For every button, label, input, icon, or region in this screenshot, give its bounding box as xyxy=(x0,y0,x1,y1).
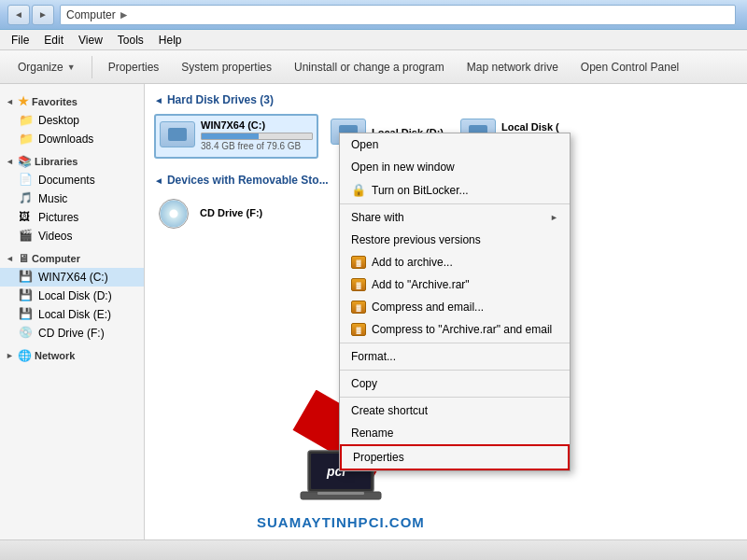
ctx-open-new-window[interactable]: Open in new window xyxy=(340,156,570,178)
libraries-arrow-icon: ◄ xyxy=(6,157,14,166)
sidebar-item-documents[interactable]: 📄 Documents xyxy=(0,171,144,189)
network-icon: 🌐 xyxy=(18,349,32,362)
cd-drive-name: CD Drive (F:) xyxy=(200,207,262,218)
videos-icon: 🎬 xyxy=(19,229,34,244)
share-with-arrow-icon: ► xyxy=(550,213,558,222)
cd-shape xyxy=(159,199,189,229)
toolbar-divider xyxy=(92,56,92,78)
sidebar-item-videos[interactable]: 🎬 Videos xyxy=(0,227,144,245)
ctx-compress-archive-email[interactable]: ▓ Compress to "Archive.rar" and email xyxy=(340,318,570,341)
bitlocker-lock-icon: 🔒 xyxy=(351,183,366,197)
removable-arrow-icon: ◄ xyxy=(154,175,163,186)
drive-c-bar-container xyxy=(201,133,313,140)
drive-local-c-name: Local Disk ( xyxy=(501,121,559,133)
documents-icon: 📄 xyxy=(19,173,34,188)
music-icon: 🎵 xyxy=(19,191,34,206)
organize-button[interactable]: Organize ▼ xyxy=(7,54,86,80)
cd-drive-icon: 💿 xyxy=(19,326,34,341)
sidebar-item-desktop[interactable]: 📁 Desktop xyxy=(0,111,144,130)
compress-email-rar-icon: ▓ xyxy=(351,301,366,314)
pictures-icon: 🖼 xyxy=(19,210,34,225)
site-url: SUAMAYTINHPCI.COM xyxy=(257,514,425,530)
drive-c-name: WIN7X64 (C:) xyxy=(201,119,313,131)
sidebar-computer-header[interactable]: ◄ 🖥 Computer xyxy=(0,249,144,268)
menu-edit[interactable]: Edit xyxy=(36,32,71,49)
sidebar-item-local-disk-e[interactable]: 💾 Local Disk (E:) xyxy=(0,305,144,324)
open-control-panel-button[interactable]: Open Control Panel xyxy=(571,54,689,80)
properties-button[interactable]: Properties xyxy=(98,54,170,80)
hdd-shape-c xyxy=(160,121,195,147)
address-bar[interactable]: Computer ► xyxy=(60,5,736,25)
sidebar-libraries-header[interactable]: ◄ 📚 Libraries xyxy=(0,152,144,171)
win7x64-drive-icon: 💾 xyxy=(19,270,34,285)
sidebar-section-favorites: ◄ ★ Favorites 📁 Desktop 📁 Downloads xyxy=(0,91,144,148)
cd-drive-info: CD Drive (F:) xyxy=(200,207,262,218)
menu-help[interactable]: Help xyxy=(151,32,190,49)
downloads-folder-icon: 📁 xyxy=(19,132,34,147)
local-disk-e-icon: 💾 xyxy=(19,307,34,322)
sidebar: ◄ ★ Favorites 📁 Desktop 📁 Downloads ◄ 📚 … xyxy=(0,84,145,539)
cd-drive-icon-wrap: CD Drive (F:) xyxy=(159,199,262,227)
ctx-compress-email[interactable]: ▓ Compress and email... xyxy=(340,296,570,318)
ctx-share-with[interactable]: Share with ► xyxy=(340,206,570,229)
ctx-divider-1 xyxy=(340,203,570,204)
drive-c-info: WIN7X64 (C:) 38.4 GB free of 79.6 GB xyxy=(201,119,313,151)
sidebar-item-downloads[interactable]: 📁 Downloads xyxy=(0,130,144,148)
ctx-bitlocker[interactable]: 🔒 Turn on BitLocker... xyxy=(340,178,570,202)
map-network-button[interactable]: Map network drive xyxy=(457,54,569,80)
sidebar-item-cd-drive[interactable]: 💿 CD Drive (F:) xyxy=(0,324,144,343)
ctx-copy[interactable]: Copy xyxy=(340,372,570,395)
compress-archive-rar-icon: ▓ xyxy=(351,323,366,336)
ctx-create-shortcut[interactable]: Create shortcut xyxy=(340,399,570,422)
sidebar-favorites-header[interactable]: ◄ ★ Favorites xyxy=(0,91,144,111)
menu-file[interactable]: File xyxy=(4,32,36,49)
drive-c-free: 38.4 GB free of 79.6 GB xyxy=(201,141,313,151)
status-bar xyxy=(0,539,747,560)
address-separator: ► xyxy=(119,8,130,21)
ctx-properties[interactable]: Properties xyxy=(340,444,570,470)
cd-drive-img xyxy=(159,199,194,227)
ctx-add-archive-rar[interactable]: ▓ Add to "Archive.rar" xyxy=(340,273,570,296)
add-archive-rar-icon: ▓ xyxy=(351,256,366,269)
sidebar-network-header[interactable]: ► 🌐 Network xyxy=(0,346,144,365)
content-pane: ◄ Hard Disk Drives (3) WIN7X64 (C:) 38.4… xyxy=(145,84,747,539)
sidebar-section-network: ► 🌐 Network xyxy=(0,346,144,365)
computer-arrow-icon: ◄ xyxy=(6,254,14,263)
sidebar-item-pictures[interactable]: 🖼 Pictures xyxy=(0,208,144,227)
menu-tools[interactable]: Tools xyxy=(110,32,151,49)
ctx-add-to-archive[interactable]: ▓ Add to archive... xyxy=(340,251,570,273)
sidebar-item-music[interactable]: 🎵 Music xyxy=(0,189,144,208)
forward-button[interactable]: ► xyxy=(32,5,54,25)
ctx-rename[interactable]: Rename xyxy=(340,422,570,444)
archive-rar-icon-2: ▓ xyxy=(351,278,366,291)
ctx-format[interactable]: Format... xyxy=(340,345,570,368)
menu-view[interactable]: View xyxy=(71,32,110,49)
local-disk-d-icon: 💾 xyxy=(19,288,34,303)
sidebar-section-computer: ◄ 🖥 Computer 💾 WIN7X64 (C:) 💾 Local Disk… xyxy=(0,249,144,343)
title-bar: ◄ ► Computer ► xyxy=(0,0,747,30)
drive-c-icon-wrap: WIN7X64 (C:) 38.4 GB free of 79.6 GB xyxy=(160,119,313,151)
ctx-open[interactable]: Open xyxy=(340,133,570,156)
hard-disk-header: ◄ Hard Disk Drives (3) xyxy=(154,93,738,106)
sidebar-item-win7x64[interactable]: 💾 WIN7X64 (C:) xyxy=(0,268,144,287)
sidebar-section-libraries: ◄ 📚 Libraries 📄 Documents 🎵 Music 🖼 Pict… xyxy=(0,152,144,245)
main-area: ◄ ★ Favorites 📁 Desktop 📁 Downloads ◄ 📚 … xyxy=(0,84,747,539)
uninstall-button[interactable]: Uninstall or change a program xyxy=(284,54,455,80)
libraries-icon: 📚 xyxy=(18,155,32,168)
ctx-divider-2 xyxy=(340,343,570,343)
menu-bar: File Edit View Tools Help xyxy=(0,30,747,50)
ctx-restore-previous[interactable]: Restore previous versions xyxy=(340,229,570,251)
sidebar-item-local-disk-d[interactable]: 💾 Local Disk (D:) xyxy=(0,287,144,305)
toolbar: Organize ▼ Properties System properties … xyxy=(0,50,747,84)
ctx-divider-3 xyxy=(340,370,570,371)
drive-c-item[interactable]: WIN7X64 (C:) 38.4 GB free of 79.6 GB xyxy=(154,114,318,159)
context-menu: Open Open in new window 🔒 Turn on BitLoc… xyxy=(339,133,571,471)
address-computer: Computer xyxy=(66,8,116,21)
drive-c-bar-fill xyxy=(202,133,259,139)
cd-drive-item[interactable]: CD Drive (F:) xyxy=(154,194,267,233)
back-button[interactable]: ◄ xyxy=(7,5,30,25)
network-arrow-icon: ► xyxy=(6,351,14,360)
computer-icon: 🖥 xyxy=(18,252,29,265)
favorites-arrow-icon: ◄ xyxy=(6,97,14,106)
system-properties-button[interactable]: System properties xyxy=(171,54,282,80)
